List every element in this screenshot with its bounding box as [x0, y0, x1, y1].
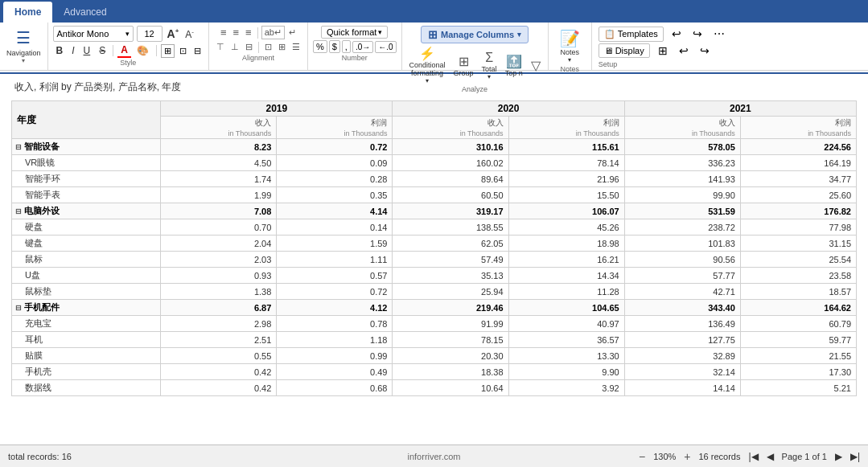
- page-first-btn[interactable]: |◀: [748, 451, 758, 462]
- col-2019-prof: 利润in Thousands: [277, 117, 393, 139]
- table-row: 耳机 2.51 1.18 78.15 36.57 127.75 59.77: [12, 332, 857, 348]
- category-row: ⊟ 电脑外设 7.08 4.14 319.17 106.07 531.59 17…: [12, 203, 857, 219]
- font-decrease-button[interactable]: A-: [183, 28, 195, 40]
- settings-btn1[interactable]: ⊞: [655, 43, 671, 59]
- table-row: 鼠标 2.03 1.11 57.49 16.21 90.56 25.54: [12, 252, 857, 268]
- font-size-box[interactable]: 12: [137, 26, 162, 42]
- total-btn[interactable]: Σ Total ▾: [479, 51, 500, 80]
- total-records: total records: 16: [8, 452, 72, 461]
- analyze-section-label: Analyze: [462, 85, 487, 93]
- underline-button[interactable]: U: [80, 44, 94, 57]
- conditional-format-btn[interactable]: ⚡ Conditional formatting ▾: [407, 46, 448, 84]
- decimal-increase-btn[interactable]: .0→: [352, 41, 373, 53]
- font-dropdown-icon: ▾: [125, 30, 130, 38]
- font-name-value: Antikor Mono: [57, 29, 109, 39]
- manage-columns-icon: ⊞: [428, 28, 438, 41]
- templates-btn[interactable]: 📋 Templates: [599, 27, 664, 42]
- table-row: 智能手表 1.99 0.35 60.50 15.50 99.90 25.60: [12, 187, 857, 203]
- decimal-decrease-btn[interactable]: ←.0: [375, 41, 396, 53]
- bold-button[interactable]: B: [53, 44, 67, 57]
- zoom-decrease-btn[interactable]: −: [639, 450, 645, 463]
- table-row: 手机壳 0.42 0.49 18.38 9.90 32.14 17.30: [12, 364, 857, 380]
- font-name-selector[interactable]: Antikor Mono ▾: [53, 26, 134, 42]
- align-left-text-button[interactable]: ≡: [218, 26, 229, 39]
- align-right-text-button[interactable]: ≡: [243, 26, 254, 39]
- comma-btn[interactable]: ,: [342, 40, 351, 53]
- col-2021-rev: 收入in Thousands: [624, 117, 740, 139]
- page-info: Page 1 of 1: [782, 452, 827, 461]
- alignment-section-label: Alignment: [242, 54, 274, 62]
- redo-btn[interactable]: ↪: [689, 26, 706, 42]
- category-row: ⊟ 手机配件 6.87 4.12 219.46 104.65 343.40 16…: [12, 300, 857, 316]
- navigation-icon: ☰: [16, 28, 31, 47]
- merge-button[interactable]: ⊡: [262, 41, 274, 53]
- category-row: ⊟ 智能设备 8.23 0.72 310.16 115.61 578.05 22…: [12, 139, 857, 155]
- settings-btn2[interactable]: ↩: [676, 43, 692, 59]
- col-2020-rev: 收入in Thousands: [393, 117, 508, 139]
- table-row: 贴膜 0.55 0.99 20.30 13.30 32.89 21.55: [12, 348, 857, 364]
- list-button[interactable]: ☰: [290, 41, 302, 53]
- page-prev-btn[interactable]: ◀: [767, 451, 774, 462]
- tab-home[interactable]: Home: [3, 2, 52, 23]
- quick-format-btn[interactable]: Quick format ▾: [321, 26, 388, 39]
- percent-btn[interactable]: %: [313, 40, 327, 53]
- notes-section-label: Notes: [560, 65, 579, 73]
- align-left-button[interactable]: ⊡: [177, 45, 189, 57]
- year-label-header: 年度: [12, 101, 161, 139]
- valign-top-button[interactable]: ⊤: [214, 41, 227, 53]
- align-center-text-button[interactable]: ≡: [230, 26, 241, 39]
- italic-button[interactable]: I: [68, 44, 77, 57]
- website-label: inforriver.com: [407, 452, 460, 461]
- font-color-button[interactable]: A: [117, 43, 131, 58]
- data-table: 年度 2019 2020 2021 收入in Thousands 利润in Th…: [11, 100, 857, 396]
- manage-columns-label: Manage Columns: [441, 30, 514, 39]
- status-right: − 130% + 16 records |◀ ◀ Page 1 of 1 ▶ ▶…: [639, 450, 860, 463]
- text-wrap-button[interactable]: ab↵: [261, 26, 285, 39]
- border-button[interactable]: ⊞: [161, 44, 175, 58]
- more-styles-button[interactable]: ⊟: [191, 45, 204, 57]
- year-2019-header: 2019: [161, 101, 393, 117]
- tab-advanced[interactable]: Advanced: [52, 2, 117, 23]
- display-icon: 🖥: [604, 46, 613, 55]
- manage-columns-button[interactable]: ⊞ Manage Columns ▾: [421, 26, 529, 43]
- topn-btn[interactable]: 🔝 Top n: [503, 54, 525, 77]
- font-increase-button[interactable]: A+: [166, 27, 181, 40]
- navigation-label: Navigation: [6, 49, 41, 57]
- more-setup-btn[interactable]: ⋯: [710, 26, 728, 42]
- display-btn[interactable]: 🖥 Display: [599, 43, 650, 58]
- quick-format-chevron: ▾: [378, 28, 382, 36]
- table-row: 硬盘 0.70 0.14 138.55 45.26 238.72 77.98: [12, 219, 857, 236]
- undo-btn[interactable]: ↩: [668, 26, 685, 42]
- navigation-button[interactable]: ☰ Navigation ▾: [0, 23, 48, 70]
- year-2020-header: 2020: [393, 101, 624, 117]
- strikethrough-button[interactable]: S: [96, 44, 109, 57]
- currency-btn[interactable]: $: [329, 40, 340, 53]
- records-info: 16 records: [698, 452, 740, 461]
- setup-section-label: Setup: [599, 60, 618, 68]
- table-row: 鼠标垫 1.38 0.72 25.94 11.28 42.71 18.57: [12, 284, 857, 300]
- page-last-btn[interactable]: ▶|: [850, 451, 860, 462]
- templates-icon: 📋: [604, 29, 615, 39]
- settings-btn3[interactable]: ↪: [697, 43, 713, 59]
- notes-btn[interactable]: 📝 Notes ▾: [557, 27, 583, 65]
- zoom-level: 130%: [653, 452, 676, 461]
- table-row: 充电宝 2.98 0.78 91.99 40.97 136.49 60.79: [12, 316, 857, 332]
- valign-bot-button[interactable]: ⊟: [243, 41, 255, 53]
- manage-columns-chevron: ▾: [517, 31, 521, 39]
- zoom-increase-btn[interactable]: +: [684, 450, 690, 463]
- table-row: 数据线 0.42 0.68 10.64 3.92 14.14 5.21: [12, 380, 857, 396]
- group-btn[interactable]: ⊞ Group: [451, 54, 476, 77]
- padding-button[interactable]: ⊞: [276, 41, 288, 53]
- col-2020-prof: 利润in Thousands: [508, 117, 624, 139]
- indent-button[interactable]: ↵: [286, 27, 298, 39]
- page-next-btn[interactable]: ▶: [835, 451, 842, 462]
- year-2021-header: 2021: [624, 101, 856, 117]
- table-row: 键盘 2.04 1.59 62.05 18.98 101.83 31.15: [12, 236, 857, 252]
- table-row: U盘 0.93 0.57 35.13 14.34 57.77 23.58: [12, 268, 857, 284]
- valign-mid-button[interactable]: ⊥: [228, 41, 241, 53]
- filter-btn[interactable]: ▽: [529, 58, 543, 73]
- navigation-chevron: ▾: [22, 57, 25, 64]
- number-section-label: Number: [342, 54, 368, 62]
- bg-color-button[interactable]: 🎨: [134, 44, 152, 57]
- table-row: VR眼镜 4.50 0.09 160.02 78.14 336.23 164.1…: [12, 155, 857, 171]
